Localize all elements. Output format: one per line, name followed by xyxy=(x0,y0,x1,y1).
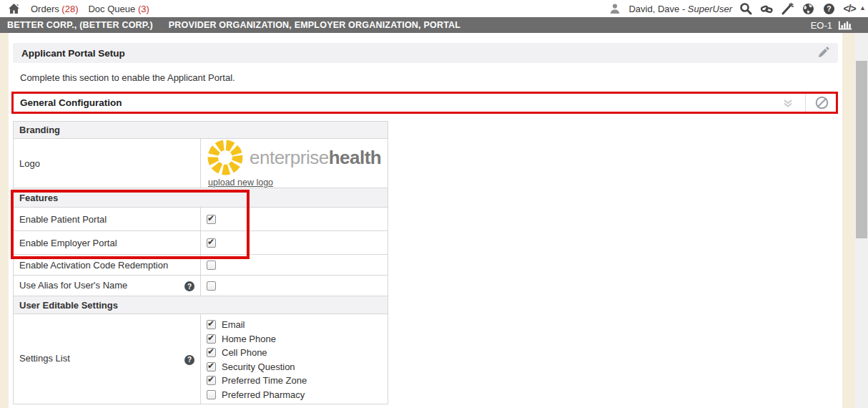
settings-list-row: Settings List ? Email Home Phone Cell Ph… xyxy=(14,314,388,404)
setup-description: Complete this section to enable the Appl… xyxy=(20,72,842,83)
settings-help-icon[interactable]: ? xyxy=(184,355,194,365)
general-configuration-bar: General Configuration xyxy=(11,92,838,114)
logo-row: Logo enterprisehealth upload new logo xyxy=(14,139,388,188)
config-table: Branding Logo enterprisehealth upload ne… xyxy=(13,121,388,404)
row-label: Enable Patient Portal xyxy=(14,208,201,231)
user-role: SuperUser xyxy=(688,4,732,14)
search-icon[interactable] xyxy=(739,1,753,16)
orders-count: (28) xyxy=(61,4,78,14)
wand-icon[interactable] xyxy=(780,1,794,16)
branding-header: Branding xyxy=(14,122,388,139)
org-context-bar: BETTER CORP., (BETTER CORP.) PROVIDER OR… xyxy=(0,17,868,33)
user-menu[interactable]: David, Dave - SuperUser xyxy=(628,4,732,14)
user-icon xyxy=(608,1,622,16)
help-icon[interactable]: ? xyxy=(822,1,836,16)
eo-code: EO-1 xyxy=(811,20,832,31)
list-item: Cell Phone xyxy=(207,346,382,360)
logo-label: Logo xyxy=(14,139,201,188)
content-panel: Applicant Portal Setup Complete this sec… xyxy=(9,33,842,408)
list-item: Security Question xyxy=(207,360,382,374)
enable-activation-code-checkbox[interactable] xyxy=(207,261,216,270)
org-name: BETTER CORP., (BETTER CORP.) xyxy=(7,20,153,30)
pencil-icon[interactable] xyxy=(817,47,829,59)
enterprise-health-logo: enterprisehealth xyxy=(207,139,382,176)
user-editable-section-row: User Editable Settings xyxy=(14,296,388,314)
block-icon[interactable] xyxy=(814,96,829,110)
table-row: Enable Activation Code Redemption xyxy=(14,255,388,276)
upload-new-logo-link[interactable]: upload new logo xyxy=(208,178,273,188)
doc-queue-count: (3) xyxy=(138,4,149,14)
settings-list-label: Settings List xyxy=(19,353,70,364)
user-editable-settings-header: User Editable Settings xyxy=(14,296,388,314)
globe-icon[interactable] xyxy=(801,1,815,16)
settings-checkbox-list: Email Home Phone Cell Phone Security Que… xyxy=(207,316,382,402)
table-row: Enable Patient Portal xyxy=(14,208,388,231)
list-item: Home Phone xyxy=(207,332,382,346)
scrollbar-thumb[interactable] xyxy=(856,61,867,238)
branding-section-row: Branding xyxy=(14,122,388,139)
section-title: General Configuration xyxy=(20,97,122,108)
preferred-pharmacy-checkbox[interactable] xyxy=(207,390,216,399)
alias-help-icon[interactable]: ? xyxy=(184,281,194,291)
setup-header-bar: Applicant Portal Setup xyxy=(13,43,838,63)
row-label: Enable Activation Code Redemption xyxy=(14,255,201,276)
link-icon[interactable] xyxy=(759,1,774,16)
chevron-double-down-icon[interactable] xyxy=(781,96,795,110)
scrollbar-track[interactable] xyxy=(855,33,868,408)
scroll-up-icon[interactable]: ▲ xyxy=(859,4,866,11)
main-area: Applicant Portal Setup Complete this sec… xyxy=(0,33,868,408)
logo-sunburst-icon xyxy=(207,139,244,176)
nav-orders[interactable]: Orders (28) xyxy=(31,4,78,14)
home-phone-checkbox[interactable] xyxy=(207,334,216,344)
code-icon[interactable]: </> xyxy=(842,1,857,16)
list-item: Email xyxy=(207,318,382,332)
use-alias-checkbox[interactable] xyxy=(207,281,216,291)
features-section-row: Features xyxy=(14,188,388,208)
preferred-time-zone-checkbox[interactable] xyxy=(207,376,216,385)
svg-text:?: ? xyxy=(827,4,831,13)
top-toolbar: Orders (28) Doc Queue (3) David, Dave - … xyxy=(0,0,868,17)
table-row: Enable Employer Portal xyxy=(14,231,388,255)
security-question-checkbox[interactable] xyxy=(207,362,216,371)
features-header: Features xyxy=(14,188,388,208)
list-item: Preferred Pharmacy xyxy=(207,388,382,402)
row-label: Use Alias for User's Name xyxy=(19,280,127,291)
row-label: Enable Employer Portal xyxy=(14,231,201,255)
enable-patient-portal-checkbox[interactable] xyxy=(207,215,216,224)
enable-employer-portal-checkbox[interactable] xyxy=(207,238,216,248)
org-roles: PROVIDER ORGANIZATION, EMPLOYER ORGANIZA… xyxy=(169,20,460,30)
list-item: Preferred Time Zone xyxy=(207,374,382,388)
home-icon[interactable] xyxy=(6,1,21,16)
page-title: Applicant Portal Setup xyxy=(21,48,125,59)
table-row: Use Alias for User's Name ? xyxy=(14,276,388,296)
bar-chart-icon[interactable] xyxy=(838,18,852,32)
icon-divider xyxy=(805,94,806,112)
cell-phone-checkbox[interactable] xyxy=(207,348,216,357)
email-checkbox[interactable] xyxy=(207,320,216,329)
nav-doc-queue[interactable]: Doc Queue (3) xyxy=(88,4,149,14)
